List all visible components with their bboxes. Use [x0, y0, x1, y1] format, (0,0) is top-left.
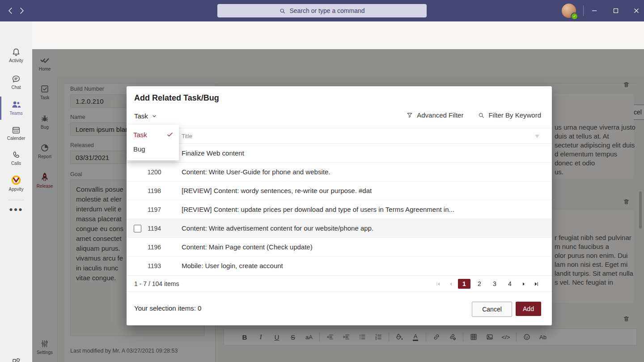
table-row[interactable]: 1196 Content: Main Page content (Check u…: [127, 238, 552, 257]
filter-by-keyword-label: Filter By Keyword: [488, 111, 541, 119]
advanced-filter-label: Advanced Filter: [417, 111, 463, 119]
teams-icon: [11, 99, 21, 110]
last-page-icon[interactable]: [531, 279, 541, 289]
app-rail: Activity Chat Teams Calender Calls Appvi…: [0, 21, 33, 362]
search-placeholder: Search or type a command: [289, 7, 364, 14]
pagination-controls: 1 2 3 4: [433, 279, 541, 289]
page-4[interactable]: 4: [504, 279, 516, 289]
task-id: 1200: [145, 168, 163, 176]
modal-filters: Advanced Filter Filter By Keyword: [406, 111, 541, 119]
minimize-icon[interactable]: [589, 6, 599, 15]
column-filter-icon[interactable]: [534, 133, 540, 139]
close-icon[interactable]: [631, 6, 641, 15]
presence-available-icon: ✓: [571, 13, 578, 20]
table-row-hovered[interactable]: 1194 Content: Write advertisement conten…: [127, 219, 552, 238]
type-dropdown[interactable]: Task: [134, 112, 157, 120]
sidebar-item-activity[interactable]: Activity: [0, 47, 32, 63]
task-title: Content: Write advertisement content for…: [182, 224, 373, 232]
rail-divider: [8, 200, 24, 200]
task-title: [REVIEW] Content: update prices per down…: [182, 206, 454, 213]
modal-add-button[interactable]: Add: [516, 302, 541, 316]
title-bar: Search or type a command ✓: [0, 0, 644, 21]
next-page-icon[interactable]: [519, 279, 529, 289]
phone-icon: [11, 150, 21, 160]
table-row[interactable]: 1198 [REVIEW] Content: wordy sentences, …: [127, 181, 552, 200]
table-row[interactable]: 1193 Mobile: User login, create account: [127, 257, 552, 275]
sidebar-item-chat[interactable]: Chat: [0, 74, 32, 90]
task-id: 1193: [145, 262, 163, 269]
task-title: Mobile: User login, create account: [182, 262, 283, 269]
task-id: 1198: [145, 187, 163, 194]
forward-icon[interactable]: [17, 6, 26, 15]
table-row[interactable]: 1200 Content: Write User-Guide for phone…: [127, 163, 552, 181]
apps-icon: [11, 358, 21, 362]
filter-by-keyword-button[interactable]: Filter By Keyword: [478, 111, 541, 119]
row-checkbox[interactable]: [134, 225, 141, 232]
task-id: 1197: [145, 206, 163, 213]
search-input[interactable]: Search or type a command: [217, 4, 427, 17]
pagination-bar: 1 - 7 / 104 items 1 2 3 4: [127, 275, 552, 292]
search-icon: [279, 8, 286, 14]
team-header: Project Dragon Posts Files Appvity eTask…: [32, 21, 644, 49]
sidebar-item-appvity[interactable]: Appvity: [0, 174, 32, 192]
modal-cancel-button[interactable]: Cancel: [472, 302, 512, 317]
funnel-icon: [406, 112, 413, 119]
search-icon: [478, 112, 485, 119]
sidebar-item-apps[interactable]: Apps: [0, 358, 32, 362]
menu-item-label: Bug: [133, 145, 145, 153]
modal-title: Add Related Task/Bug: [134, 93, 219, 103]
sidebar-item-teams[interactable]: Teams: [0, 99, 32, 116]
task-id: 1196: [145, 244, 163, 251]
menu-item-bug[interactable]: Bug: [127, 142, 179, 156]
table-header: Title: [127, 128, 552, 144]
selected-check-icon: [166, 131, 174, 138]
modal-footer: Your selection items: 0 Cancel Add: [127, 292, 552, 325]
calendar-icon: [11, 125, 21, 135]
page-2[interactable]: 2: [473, 279, 486, 289]
task-title: Content: Main Page content (Check update…: [182, 243, 313, 251]
type-dropdown-value: Task: [134, 112, 148, 120]
teams-window: Search or type a command ✓ Activity Chat…: [0, 0, 644, 362]
advanced-filter-button[interactable]: Advanced Filter: [406, 111, 463, 119]
table-row[interactable]: Finalize Web content: [127, 144, 552, 163]
titlebar-divider: [583, 5, 584, 16]
task-id: 1194: [145, 225, 163, 232]
bell-icon: [11, 47, 21, 57]
menu-item-label: Task: [133, 131, 147, 139]
table-row[interactable]: 1197 [REVIEW] Content: update prices per…: [127, 200, 552, 219]
back-icon[interactable]: [6, 6, 15, 15]
task-title: Finalize Web content: [182, 149, 244, 157]
sidebar-item-calendar[interactable]: Calender: [0, 125, 32, 141]
add-related-task-bug-modal: Add Related Task/Bug Task Advanced Filte…: [127, 86, 552, 325]
task-table: Finalize Web content 1200 Content: Write…: [127, 144, 552, 275]
task-title: [REVIEW] Content: wordy sentences, re-wr…: [182, 187, 372, 194]
selection-count-text: Your selection items: 0: [134, 304, 201, 312]
first-page-icon[interactable]: [433, 279, 443, 289]
type-dropdown-menu: Task Bug: [127, 125, 179, 160]
previous-page-icon[interactable]: [445, 279, 455, 289]
sidebar-item-calls[interactable]: Calls: [0, 150, 32, 166]
pagination-summary: 1 - 7 / 104 items: [134, 280, 179, 287]
menu-item-task[interactable]: Task: [127, 127, 179, 142]
more-apps-icon[interactable]: ●●●: [0, 206, 32, 213]
page-1[interactable]: 1: [458, 279, 470, 289]
task-title: Content: Write User-Guide for phone and …: [182, 168, 330, 176]
chat-icon: [11, 74, 21, 84]
chevron-down-icon: [152, 114, 157, 119]
page-3[interactable]: 3: [488, 279, 501, 289]
title-column-header: Title: [182, 133, 192, 139]
appvity-logo-icon: [10, 174, 22, 186]
maximize-icon[interactable]: [611, 6, 621, 15]
